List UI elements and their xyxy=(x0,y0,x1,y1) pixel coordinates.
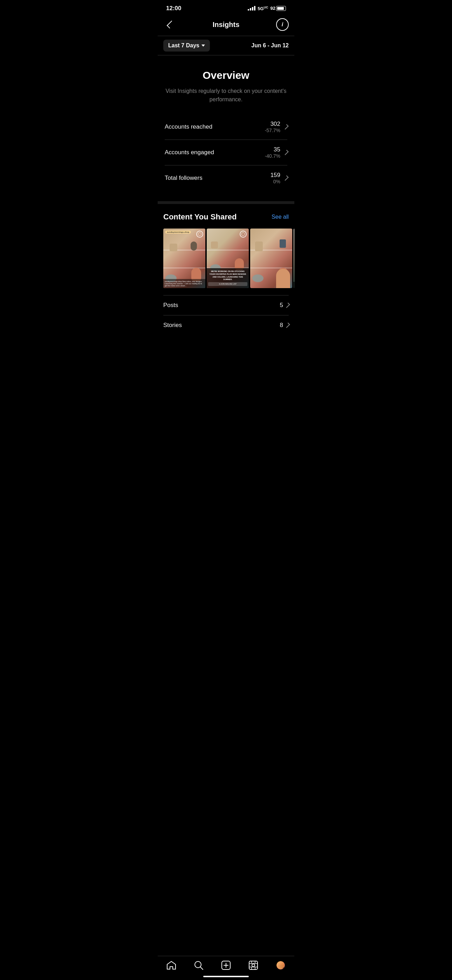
date-filter-label: Last 7 Days xyxy=(168,42,199,49)
stories-value: 8 xyxy=(280,322,283,329)
search-icon xyxy=(194,960,204,970)
posts-chevron-icon xyxy=(285,302,290,308)
accounts-reached-change: -57.7% xyxy=(265,127,280,133)
total-followers-value: 159 xyxy=(271,172,280,179)
accounts-reached-value: 302 xyxy=(265,121,280,127)
svg-rect-5 xyxy=(249,961,258,969)
nav-search[interactable] xyxy=(194,960,204,970)
accounts-engaged-chevron-icon xyxy=(283,150,289,155)
posts-label: Posts xyxy=(163,302,178,309)
accounts-reached-label: Accounts reached xyxy=(165,123,212,130)
accounts-engaged-label: Accounts engaged xyxy=(165,149,214,156)
status-icons: 5GUC 92 xyxy=(248,6,286,11)
total-followers-label: Total followers xyxy=(165,175,202,181)
content-section: Content You Shared See all sundaymorning… xyxy=(158,204,294,339)
accounts-engaged-change: -40.7% xyxy=(265,153,280,159)
stories-row[interactable]: Stories 8 xyxy=(163,315,289,335)
post-image: WE'RE WORKING ON RE-STOCKING YOUR FAVORI… xyxy=(207,229,249,288)
carousel-item[interactable] xyxy=(250,229,292,288)
overview-subtitle: Visit Insights regularly to check on you… xyxy=(165,87,287,104)
content-carousel[interactable]: sundaymornings.shop sundaymornings.shop … xyxy=(158,229,294,288)
overview-section: Overview Visit Insights regularly to che… xyxy=(158,56,294,204)
accounts-engaged-row[interactable]: Accounts engaged 35 -40.7% xyxy=(165,140,287,165)
network-label: 5GUC xyxy=(258,6,268,11)
stories-chevron-icon xyxy=(285,323,290,328)
accounts-reached-chevron-icon xyxy=(283,124,289,130)
accounts-reached-row[interactable]: Accounts reached 302 -57.7% xyxy=(165,114,287,140)
svg-point-6 xyxy=(252,964,255,967)
total-followers-change: 0% xyxy=(271,179,280,185)
post-reels-badge xyxy=(240,231,247,238)
carousel-item[interactable]: sundaymornings.shop sundaymornings.shop … xyxy=(163,229,205,288)
content-header: Content You Shared See all xyxy=(158,212,294,229)
filter-bar: Last 7 Days Jun 6 - Jun 12 xyxy=(158,36,294,56)
post-image: sundaymornings.shop sundaymornings.shop … xyxy=(294,229,294,288)
carousel-item[interactable]: WE'RE WORKING ON RE-STOCKING YOUR FAVORI… xyxy=(207,229,249,288)
back-button[interactable] xyxy=(163,18,176,31)
reels-icon xyxy=(248,960,258,970)
home-indicator xyxy=(203,976,249,977)
chevron-down-icon xyxy=(202,45,205,47)
date-filter-button[interactable]: Last 7 Days xyxy=(163,40,210,51)
info-button[interactable]: i xyxy=(276,18,289,31)
brand-chip: sundaymornings.shop xyxy=(166,231,191,234)
post-image: sundaymornings.shop sundaymornings.shop … xyxy=(163,229,205,288)
carousel-item[interactable]: sundaymornings.shop sundaymornings.shop … xyxy=(294,229,294,288)
page-title: Insights xyxy=(213,21,240,29)
content-section-title: Content You Shared xyxy=(163,212,237,221)
battery-text: 92 xyxy=(271,6,275,11)
create-icon xyxy=(221,960,231,970)
home-icon xyxy=(166,960,176,970)
nav-create[interactable] xyxy=(221,960,231,970)
post-image xyxy=(250,229,292,288)
info-icon: i xyxy=(282,21,283,28)
stories-label: Stories xyxy=(163,322,182,329)
battery-indicator: 92 xyxy=(271,6,286,11)
profile-avatar xyxy=(276,960,286,970)
posts-value: 5 xyxy=(280,302,283,309)
nav-reels[interactable] xyxy=(248,960,258,970)
see-all-link[interactable]: See all xyxy=(272,214,289,220)
content-stats: Posts 5 Stories 8 xyxy=(158,288,294,339)
total-followers-chevron-icon xyxy=(283,175,289,181)
back-chevron-icon xyxy=(167,21,175,29)
status-time: 12:00 xyxy=(166,5,181,12)
accounts-engaged-value: 35 xyxy=(265,146,280,153)
nav-home[interactable] xyxy=(166,960,176,970)
date-range-label: Jun 6 - Jun 12 xyxy=(251,42,289,49)
nav-header: Insights i xyxy=(158,16,294,36)
svg-line-1 xyxy=(201,967,203,969)
nav-profile[interactable] xyxy=(276,960,286,970)
signal-icon xyxy=(248,6,255,11)
status-bar: 12:00 5GUC 92 xyxy=(158,0,294,16)
mailing-overlay: WE'RE WORKING ON RE-STOCKING YOUR FAVORI… xyxy=(207,268,249,288)
overview-title: Overview xyxy=(165,69,287,81)
total-followers-row[interactable]: Total followers 159 0% xyxy=(165,165,287,191)
profile-notification-dot xyxy=(283,967,286,970)
posts-row[interactable]: Posts 5 xyxy=(163,295,289,315)
post-reels-badge xyxy=(196,231,203,238)
